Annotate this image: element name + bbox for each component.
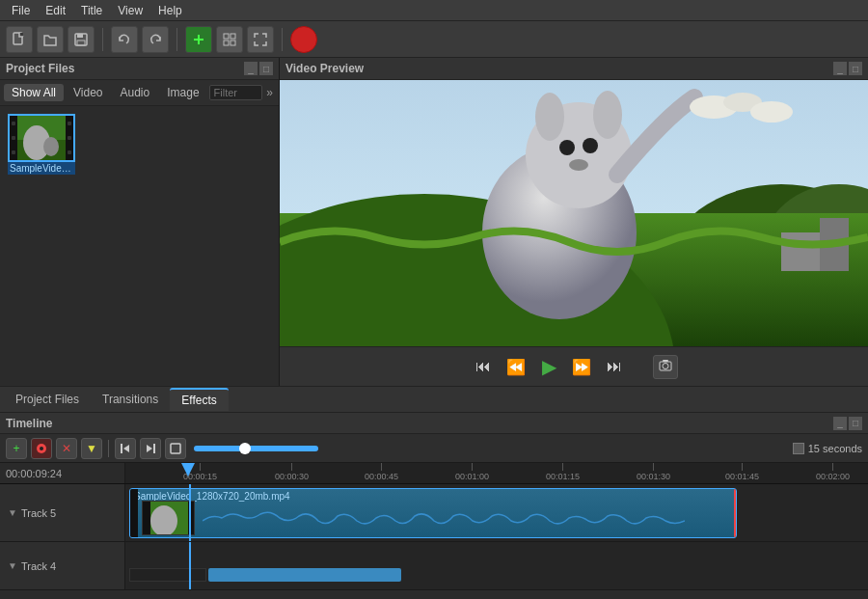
ruler-label: 00:01:15 [546,472,580,481]
main-area: Project Files _ □ Show All Video Audio I… [0,58,868,386]
rewind-button[interactable]: ⏪ [502,353,529,380]
svg-rect-42 [143,502,150,535]
track-4-name: Track 4 [21,560,56,572]
ruler-label: 00:02:00 [816,472,850,481]
video-preview-area [280,80,868,346]
track-5-clip[interactable]: SampleVideo_1280x720_20mb.mp4 [129,488,737,538]
preview-maximize[interactable]: □ [849,62,862,75]
timeline-duration: 15 seconds [793,443,862,454]
enable-track-button[interactable] [31,438,52,459]
right-panel-header: Video Preview _ □ [280,58,868,80]
ruler-tick [291,463,292,471]
open-button[interactable] [37,26,64,53]
svg-point-22 [535,93,564,141]
panel-minimize[interactable]: _ [244,62,258,75]
preview-minimize[interactable]: _ [833,62,847,75]
timeline-section: Timeline _ □ + ✕ ▼ 15 seconds 00:00:09 [0,413,868,590]
ruler-mark-4: 00:01:00 [455,463,489,481]
add-track-button[interactable]: + [6,438,27,459]
timeline-maximize[interactable]: □ [849,417,862,430]
svg-point-36 [40,447,43,450]
play-button[interactable]: ▶ [535,353,562,380]
tab-image[interactable]: Image [159,84,206,101]
goto-end-button[interactable]: ⏭ [601,353,628,380]
svg-point-41 [150,505,177,535]
delete-track-button[interactable]: ✕ [56,438,77,459]
filter-tabs: Show All Video Audio Image » [0,80,279,106]
track-5-content[interactable]: SampleVideo_1280x720_20mb.mp4 [125,484,868,541]
timeline-title: Timeline [6,417,52,430]
ruler-tick [742,463,743,471]
goto-start-tl-button[interactable] [115,438,136,459]
ruler-label: 00:00:45 [365,472,398,481]
redo-button[interactable] [142,26,169,53]
track-4-clip-dark[interactable] [129,568,206,582]
fullscreen-button[interactable] [247,26,274,53]
file-thumbnail[interactable]: SampleVideo_1... [8,114,75,175]
video-preview-title: Video Preview [285,62,364,75]
tab-project-files[interactable]: Project Files [4,389,91,410]
goto-start-button[interactable]: ⏮ [470,353,497,380]
track-down-button[interactable]: ▼ [81,438,102,459]
snap-button[interactable] [165,438,186,459]
svg-rect-10 [231,41,235,45]
film-strip-left [10,116,17,160]
film-hole [68,150,71,154]
track-collapse-arrow[interactable]: ▼ [8,507,17,518]
menu-title[interactable]: Title [73,0,110,20]
new-button[interactable] [6,26,33,53]
preview-controls: ⏮ ⏪ ▶ ⏩ ⏭ [280,346,868,386]
playhead [189,484,191,541]
file-thumb-label: SampleVideo_1... [8,162,75,175]
track-4-collapse-arrow[interactable]: ▼ [8,560,17,571]
svg-rect-3 [77,34,83,38]
timeline-zoom-slider[interactable] [194,446,318,451]
grid-button[interactable] [216,26,243,53]
snapshot-button[interactable] [653,355,678,379]
record-button[interactable] [290,26,317,53]
save-button[interactable] [68,26,95,53]
current-time: 00:00:09:24 [0,468,62,479]
add-button[interactable] [185,26,212,53]
clip-film-left [130,489,138,537]
clip-end-line [734,489,736,537]
film-hole [12,150,15,154]
track-4-playhead [189,542,191,589]
svg-point-14 [43,137,59,156]
ruler-mark-5: 00:01:15 [546,463,580,481]
track-4-audio-clip[interactable] [208,568,401,582]
ruler-area[interactable]: 00:00:15 00:00:30 00:00:45 00:01:00 00:0… [125,463,868,483]
timeline-minimize[interactable]: _ [833,417,847,430]
film-hole [68,122,71,125]
menu-help[interactable]: Help [150,0,190,20]
tab-transitions[interactable]: Transitions [91,389,170,410]
goto-end-tl-button[interactable] [140,438,161,459]
menu-edit[interactable]: Edit [38,0,73,20]
tab-show-all[interactable]: Show All [4,84,64,101]
panel-maximize[interactable]: □ [259,62,273,75]
track-5-row: ▼ Track 5 SampleVideo_1280x720_20mb.mp4 [0,484,868,542]
bottom-tabs-bar: Project Files Transitions Effects [0,386,868,413]
filter-input[interactable] [209,85,263,100]
fast-forward-button[interactable]: ⏩ [568,353,595,380]
ruler-tick [200,463,201,471]
tab-effects[interactable]: Effects [170,388,228,411]
svg-point-24 [559,140,575,155]
svg-rect-9 [224,41,229,45]
ruler-tick [381,463,382,471]
tab-audio[interactable]: Audio [113,84,158,101]
track-label-spacer: 00:00:09:24 [0,463,125,483]
clip-thumbnail [142,501,195,535]
menu-file[interactable]: File [4,0,38,20]
more-filters-button[interactable]: » [264,86,275,99]
ruler-mark-3: 00:00:45 [365,463,398,481]
file-thumb-image [8,114,75,162]
ruler-tick [832,463,833,471]
tab-video[interactable]: Video [66,84,110,101]
ruler-mark-2: 00:00:30 [275,463,309,481]
track-4-content[interactable] [125,542,868,589]
undo-button[interactable] [111,26,138,53]
track-5-name: Track 5 [21,507,56,519]
ruler-mark-7: 00:01:45 [725,463,759,481]
menu-view[interactable]: View [110,0,150,20]
